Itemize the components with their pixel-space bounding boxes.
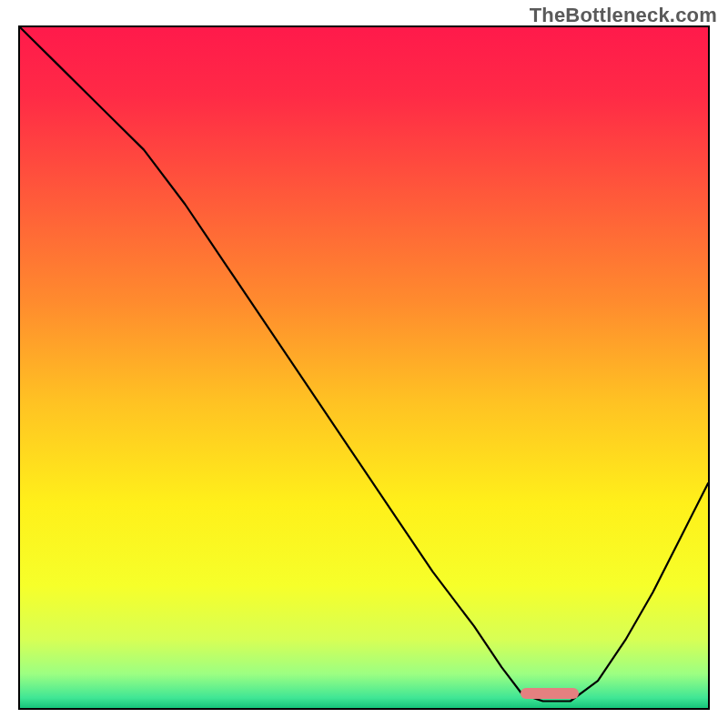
optimum-marker <box>521 688 579 699</box>
watermark-text: TheBottleneck.com <box>530 4 717 27</box>
chart-container: TheBottleneck.com <box>0 0 728 728</box>
plot-area <box>18 25 710 710</box>
chart-svg <box>20 27 708 708</box>
